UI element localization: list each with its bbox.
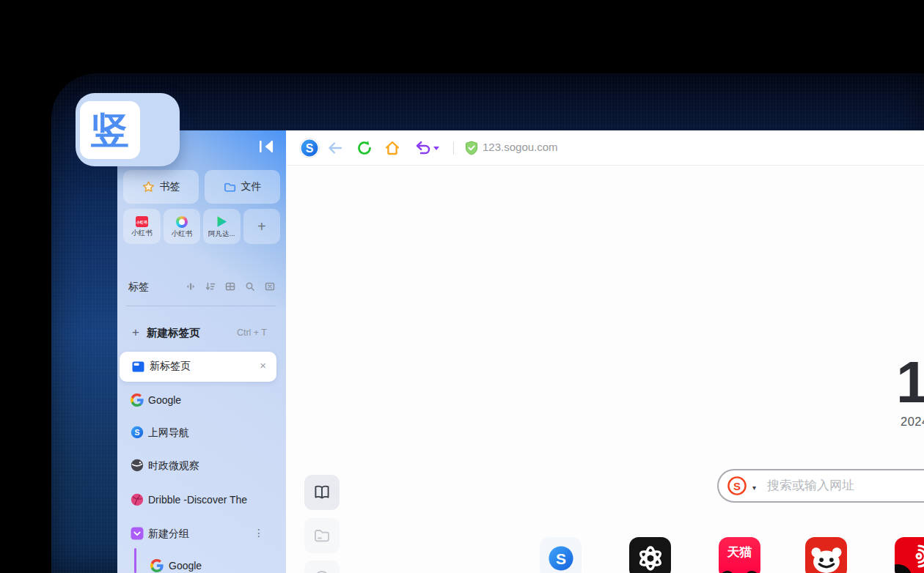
- plus-icon: +: [132, 325, 139, 341]
- book-icon: [313, 484, 331, 500]
- tags-title: 标签: [128, 281, 149, 294]
- tags-header: 标签: [128, 281, 275, 294]
- vertical-tabs-badge-inner: 竖: [80, 101, 140, 159]
- search-engine-logo[interactable]: S: [727, 476, 747, 495]
- play-icon: [216, 216, 227, 228]
- home-button[interactable]: [384, 140, 400, 156]
- folder-outline-icon: [313, 528, 331, 543]
- new-tab-shortcut: Ctrl + T: [237, 328, 267, 338]
- engine-dropdown-caret[interactable]: ▾: [752, 484, 756, 492]
- grid-view-icon[interactable]: [225, 281, 235, 292]
- reading-list-button[interactable]: [304, 475, 340, 510]
- bookmark-quick-tiles: 小红书 小红书 小红书 阿凡达... +: [123, 209, 280, 244]
- vertical-tabs-badge: 竖: [76, 93, 180, 166]
- xiaohongshu-icon: 小红书: [136, 216, 148, 227]
- sogou-icon: S: [131, 426, 144, 439]
- tab-files-label: 文件: [241, 180, 262, 193]
- tab-item-dribbble[interactable]: Dribble -Discover The: [117, 492, 286, 509]
- tab-item-label: Dribble -Discover The: [148, 494, 247, 506]
- tab-files[interactable]: 文件: [205, 170, 280, 204]
- quick-link-sogou[interactable]: S: [540, 537, 582, 573]
- sogou-logo: S: [299, 138, 320, 158]
- search-box[interactable]: S ▾: [717, 469, 924, 503]
- news-globe-icon: [131, 459, 144, 472]
- browser-toolbar: S 123.sogou.com: [286, 130, 924, 166]
- browser-main: S 123.sogou.com: [286, 130, 924, 573]
- star-icon: [142, 181, 155, 193]
- sort-tabs-icon[interactable]: [205, 281, 216, 292]
- tmall-label: 天猫: [719, 544, 760, 561]
- close-tab-icon[interactable]: ×: [260, 359, 266, 371]
- group-more-icon[interactable]: ⋮: [254, 527, 264, 539]
- tmall-cat-ear: [719, 569, 734, 573]
- sogou-s-icon: S: [548, 545, 574, 572]
- folder-icon: [224, 182, 236, 193]
- quick-link-red-app[interactable]: [895, 537, 924, 573]
- search-input[interactable]: [766, 476, 924, 496]
- vertical-tab-sidebar: 书签 文件 小红书 小红书 小红书 阿凡达...: [117, 130, 286, 573]
- clock-icon: [313, 569, 331, 573]
- sidebar-panel-tabs: 书签 文件: [123, 170, 280, 204]
- chatgpt-icon: [637, 545, 664, 572]
- add-bookmark-button[interactable]: +: [243, 209, 281, 244]
- tab-item-label: Google: [169, 560, 202, 572]
- quick-link-tmall[interactable]: 天猫: [719, 537, 760, 573]
- browser-window-icon: [132, 361, 144, 372]
- tab-item-label: 上网导航: [148, 426, 189, 440]
- google-icon: [131, 393, 144, 407]
- tmall-cat-ear: [744, 569, 759, 573]
- collapse-left-icon: [257, 138, 274, 155]
- browser-window: 书签 文件 小红书 小红书 小红书 阿凡达...: [117, 130, 924, 573]
- close-all-tabs-icon[interactable]: [265, 281, 275, 292]
- svg-text:S: S: [555, 550, 565, 566]
- tab-item-google[interactable]: Google: [117, 392, 286, 410]
- active-tab-label: 新标签页: [150, 360, 191, 373]
- toolbar-divider: [453, 141, 454, 155]
- svg-text:S: S: [306, 142, 314, 155]
- tab-item-label: Google: [148, 394, 181, 406]
- sidebar-divider: [126, 306, 276, 306]
- quick-link-jd[interactable]: [805, 537, 847, 573]
- more-tools-button[interactable]: [304, 561, 340, 573]
- google-icon: [150, 559, 164, 572]
- quick-tile-label: 阿凡达...: [208, 229, 235, 239]
- tab-item-label: 时政微观察: [148, 459, 199, 473]
- date-year: 2024: [901, 415, 924, 429]
- new-tab-label: 新建标签页: [147, 326, 200, 340]
- collapse-sidebar-button[interactable]: [257, 138, 274, 155]
- search-icon[interactable]: [245, 281, 255, 292]
- svg-text:S: S: [134, 428, 139, 437]
- undo-button[interactable]: [415, 141, 431, 155]
- back-button[interactable]: [327, 141, 343, 155]
- date-number: 1: [896, 353, 924, 412]
- quick-link-chatgpt[interactable]: [629, 537, 671, 573]
- dribbble-icon: [131, 493, 144, 506]
- tab-item-news[interactable]: 时政微观察: [117, 457, 286, 475]
- tab-group-row[interactable]: 新建分组 ⋮: [117, 525, 286, 543]
- quick-tile-avatar-video[interactable]: 阿凡达...: [203, 209, 241, 244]
- address-url[interactable]: 123.sogou.com: [483, 141, 558, 153]
- quick-tile-xiaohongshu-2[interactable]: 小红书: [164, 209, 201, 244]
- tab-bookmarks-label: 书签: [160, 180, 180, 193]
- tab-item-active[interactable]: 新标签页 ×: [120, 352, 276, 382]
- svg-text:S: S: [733, 480, 741, 492]
- jd-dog-icon: [810, 544, 843, 573]
- tab-group-icon: [131, 527, 144, 540]
- tab-item-google-grouped[interactable]: Google: [117, 558, 286, 573]
- tab-bookmarks[interactable]: 书签: [123, 170, 199, 204]
- quick-tile-label: 小红书: [172, 229, 193, 239]
- start-page-content: 1 2024 S ▾ S: [286, 166, 924, 573]
- quick-tile-label: 小红书: [131, 229, 153, 238]
- badge-character: 竖: [91, 111, 129, 149]
- camera-swirl-icon: [176, 216, 188, 228]
- tags-toolbar: [186, 281, 275, 292]
- new-tab-button[interactable]: + 新建标签页 Ctrl + T: [117, 324, 286, 341]
- quick-tile-xiaohongshu[interactable]: 小红书 小红书: [123, 209, 161, 244]
- undo-dropdown-caret[interactable]: [433, 147, 439, 150]
- plus-icon: +: [257, 218, 266, 235]
- tab-width-icon[interactable]: [186, 281, 196, 292]
- downloads-folder-button[interactable]: [304, 518, 340, 553]
- security-shield-icon[interactable]: [465, 141, 478, 155]
- refresh-button[interactable]: [356, 140, 373, 156]
- tab-item-navigation[interactable]: S 上网导航: [117, 424, 286, 442]
